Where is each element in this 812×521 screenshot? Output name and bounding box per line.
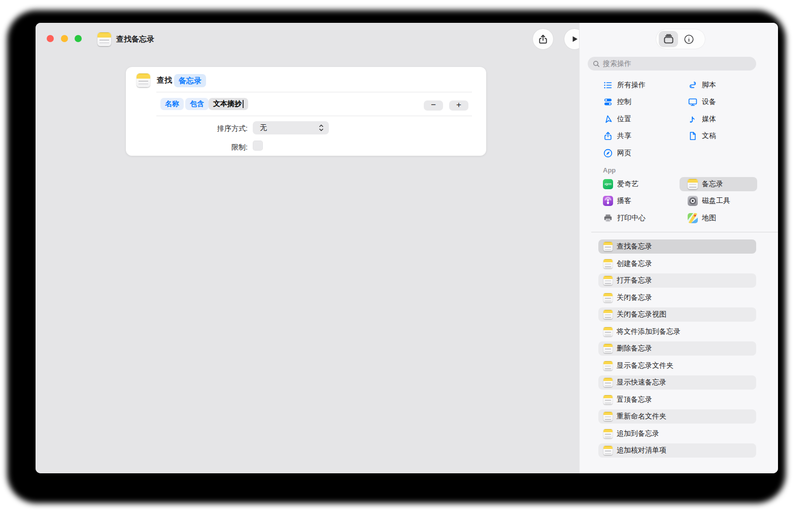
category-item[interactable]: 播客 xyxy=(588,194,672,208)
action-label: 追加到备忘录 xyxy=(617,429,659,438)
category-item[interactable]: 控制 xyxy=(588,95,672,109)
shortcut-details-tab[interactable] xyxy=(679,31,698,47)
category-item[interactable]: 脚本 xyxy=(672,78,757,92)
category-label: 位置 xyxy=(617,115,631,124)
category-item[interactable]: 位置 xyxy=(588,112,672,126)
category-item[interactable]: 文稿 xyxy=(672,129,757,143)
action-list-item[interactable]: 追加到备忘录 xyxy=(598,427,756,441)
action-list-item[interactable]: 删除备忘录 xyxy=(598,341,756,356)
action-list-item[interactable]: 显示快速备忘录 xyxy=(598,375,756,390)
category-label: 媒体 xyxy=(702,115,716,124)
search-actions-field[interactable]: 搜索操作 xyxy=(588,57,756,71)
maps-app-icon xyxy=(688,213,698,223)
music-note-icon xyxy=(688,114,698,124)
action-list-item[interactable]: 查找备忘录 xyxy=(598,239,756,254)
minimize-window-button[interactable] xyxy=(61,35,68,42)
category-item[interactable]: 所有操作 xyxy=(588,78,672,92)
category-label: 所有操作 xyxy=(617,81,646,90)
divider xyxy=(156,92,472,92)
sort-label: 排序方式: xyxy=(126,124,248,133)
shortcuts-window: 查找备忘录 查找 备忘录 名称 包含 文本摘抄 − + xyxy=(36,23,778,473)
list-bullet-icon xyxy=(603,80,613,90)
category-item[interactable]: 设备 xyxy=(672,95,757,109)
category-label: 备忘录 xyxy=(702,180,723,189)
action-list-item[interactable]: 关闭备忘录 xyxy=(598,291,756,305)
sort-value: 无 xyxy=(260,123,318,132)
action-label: 关闭备忘录视图 xyxy=(617,310,666,319)
share-button[interactable] xyxy=(533,29,553,49)
divider xyxy=(591,232,778,232)
iqiyi-app-icon: iQIYI xyxy=(603,179,613,189)
limit-label: 限制: xyxy=(126,143,248,152)
location-arrow-icon xyxy=(603,114,613,124)
display-icon xyxy=(688,97,698,107)
notes-app-icon xyxy=(688,179,698,189)
text-cursor xyxy=(243,100,244,108)
filter-field-token[interactable]: 名称 xyxy=(160,98,184,110)
notes-app-icon xyxy=(137,74,150,87)
action-label: 删除备忘录 xyxy=(617,344,652,353)
action-list-item[interactable]: 关闭备忘录视图 xyxy=(598,307,756,322)
notes-mini-icon xyxy=(603,412,613,421)
podcasts-app-icon xyxy=(603,196,613,206)
category-item[interactable]: 备忘录 xyxy=(680,177,757,191)
action-label: 追加核对清单项 xyxy=(617,446,666,455)
zoom-window-button[interactable] xyxy=(75,35,82,42)
category-label: 播客 xyxy=(617,196,631,205)
action-list-item[interactable]: 显示备忘录文件夹 xyxy=(598,359,756,373)
notes-mini-icon xyxy=(603,259,613,268)
category-label: 磁盘工具 xyxy=(702,196,730,205)
category-item[interactable]: 网页 xyxy=(588,146,672,160)
category-item[interactable]: 打印中心 xyxy=(588,211,672,225)
divider xyxy=(156,116,472,116)
web-compass-icon xyxy=(603,148,613,158)
action-list-item[interactable]: 创建备忘录 xyxy=(598,257,756,271)
remove-filter-button[interactable]: − xyxy=(424,100,443,111)
document-icon xyxy=(688,131,698,141)
filter-operator-token[interactable]: 包含 xyxy=(185,98,209,110)
category-label: 地图 xyxy=(702,214,716,223)
limit-checkbox[interactable] xyxy=(253,141,263,151)
close-window-button[interactable] xyxy=(47,35,54,42)
category-label: 网页 xyxy=(617,149,631,158)
scroll-icon xyxy=(688,80,698,90)
action-list-item[interactable]: 置顶备忘录 xyxy=(598,393,756,407)
panel-toggle xyxy=(656,29,705,49)
add-filter-button[interactable]: + xyxy=(449,100,468,111)
notes-mini-icon xyxy=(603,429,613,438)
action-list-item[interactable]: 重新命名文件夹 xyxy=(598,409,756,424)
action-object-token[interactable]: 备忘录 xyxy=(174,74,206,87)
action-verb: 查找 xyxy=(157,76,172,85)
sort-dropdown[interactable]: 无 xyxy=(253,121,329,134)
category-item[interactable]: 地图 xyxy=(672,211,757,225)
notes-mini-icon xyxy=(603,293,613,302)
find-notes-action-card[interactable]: 查找 备忘录 名称 包含 文本摘抄 − + 排序方式: 无 限制: xyxy=(126,67,486,156)
share-icon xyxy=(603,131,613,141)
action-label: 查找备忘录 xyxy=(617,242,652,251)
action-list-item[interactable]: 追加核对清单项 xyxy=(598,443,756,458)
action-label: 置顶备忘录 xyxy=(617,395,652,404)
action-library-tab[interactable] xyxy=(659,31,678,47)
filter-value-input[interactable]: 文本摘抄 xyxy=(209,98,248,110)
print-center-app-icon xyxy=(603,213,613,223)
category-label: 共享 xyxy=(617,131,631,141)
category-label: 设备 xyxy=(702,97,716,107)
category-label: 爱奇艺 xyxy=(617,180,638,189)
app-grid: iQIYI 爱奇艺 备忘录 播客 磁盘工具 打印中心 地图 xyxy=(588,176,757,227)
action-list-item[interactable]: 打开备忘录 xyxy=(598,273,756,288)
category-label: 脚本 xyxy=(702,81,716,90)
notes-mini-icon xyxy=(603,395,613,404)
action-label: 打开备忘录 xyxy=(617,276,652,285)
category-item[interactable]: 媒体 xyxy=(672,112,757,126)
category-grid: 所有操作 脚本 控制 设备 位置 媒体 共享 文稿 网页 xyxy=(588,77,757,162)
notes-mini-icon xyxy=(603,276,613,285)
search-placeholder: 搜索操作 xyxy=(603,59,631,68)
notes-mini-icon xyxy=(603,242,613,251)
category-label: 打印中心 xyxy=(617,214,646,223)
category-item[interactable]: iQIYI 爱奇艺 xyxy=(588,177,672,191)
share-export-icon xyxy=(537,33,549,45)
window-title: 查找备忘录 xyxy=(116,34,154,44)
category-item[interactable]: 磁盘工具 xyxy=(672,194,757,208)
category-item[interactable]: 共享 xyxy=(588,129,672,143)
action-list-item[interactable]: 将文件添加到备忘录 xyxy=(598,325,756,339)
